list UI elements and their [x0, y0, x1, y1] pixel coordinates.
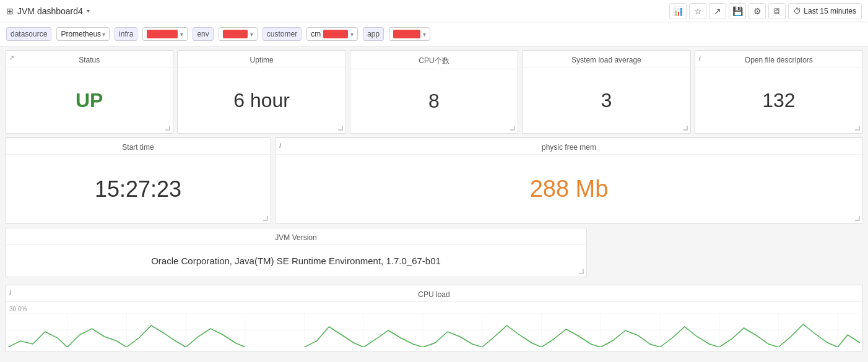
datasource-label: datasource — [6, 27, 51, 41]
system-load-card: System load average 3 — [522, 50, 690, 134]
time-range-picker[interactable]: ⏱ Last 15 minutes — [788, 3, 862, 19]
card-corner-decoration — [579, 269, 584, 274]
status-title: Status — [6, 51, 173, 67]
customer-label: customer — [263, 27, 302, 41]
cpu-count-value: 8 — [350, 69, 518, 133]
dashboard-chevron-icon[interactable]: ▾ — [87, 7, 90, 14]
open-files-title: Open file descriptors — [695, 51, 862, 67]
time-range-label: Last 15 minutes — [804, 7, 856, 15]
customer-prefix: cm — [311, 30, 321, 38]
datasource-value: Prometheus — [61, 30, 101, 38]
system-load-value: 3 — [523, 67, 690, 133]
cpu-load-title: CPU load — [6, 285, 862, 302]
grid-icon: ⊞ — [6, 6, 14, 16]
y-axis-label: 30.0% — [9, 306, 27, 312]
app-chevron-icon: ▾ — [423, 31, 426, 38]
tv-button[interactable]: 🖥 — [768, 3, 786, 19]
uptime-card: Uptime 6 hour — [177, 50, 345, 134]
open-files-card: i Open file descriptors 132 — [695, 50, 863, 134]
top-bar-left: ⊞ JVM dashboard4 ▾ — [6, 6, 90, 16]
card-corner-decoration — [165, 126, 170, 131]
external-link-icon[interactable]: ↗ — [9, 54, 14, 62]
env-label: env — [193, 27, 213, 41]
infra-label: infra — [115, 27, 137, 41]
start-time-value: 15:27:23 — [6, 155, 271, 223]
cpu-load-sparkline — [8, 313, 860, 347]
star-button[interactable]: ☆ — [689, 3, 706, 19]
card-corner-decoration — [338, 126, 343, 131]
filter-bar: datasource Prometheus ▾ infra ▾ env ▾ cu… — [0, 22, 868, 46]
status-value: UP — [6, 67, 173, 133]
infra-select[interactable]: ▾ — [142, 27, 188, 41]
cpu-load-card: i CPU load 30.0% — [5, 285, 863, 352]
dashboard-content: ↗ Status UP Uptime 6 hour CPU个数 8 System… — [0, 46, 868, 356]
cpu-count-title: CPU个数 — [350, 51, 518, 69]
datasource-chevron-icon: ▾ — [102, 31, 105, 38]
row2-cards: Start time 15:27:23 i physic free mem 28… — [5, 137, 863, 224]
cpu-load-chart-area: 30.0% — [6, 302, 862, 351]
start-time-title: Start time — [6, 138, 271, 155]
share-button[interactable]: ↗ — [709, 3, 726, 19]
row3: JVM Version Oracle Corporation, Java(TM)… — [5, 228, 863, 281]
jvm-version-value: Oracle Corporation, Java(TM) SE Runtime … — [6, 245, 586, 277]
info-icon: i — [9, 289, 11, 296]
infra-chevron-icon: ▾ — [180, 31, 183, 38]
customer-select[interactable]: cm ▾ — [306, 27, 358, 41]
clock-icon: ⏱ — [794, 7, 801, 15]
info-icon: i — [279, 142, 281, 149]
status-card: ↗ Status UP — [5, 50, 173, 134]
env-select[interactable]: ▾ — [219, 27, 258, 41]
stat-cards-row: ↗ Status UP Uptime 6 hour CPU个数 8 System… — [5, 50, 863, 134]
app-value-redacted — [393, 30, 420, 38]
physic-mem-value: 288 Mb — [276, 155, 862, 223]
dashboard-title: JVM dashboard4 — [17, 6, 83, 16]
start-time-card: Start time 15:27:23 — [5, 137, 271, 224]
bar-chart-button[interactable]: 📊 — [669, 3, 687, 19]
app-label: app — [363, 27, 384, 41]
card-corner-decoration — [855, 216, 860, 221]
system-load-title: System load average — [523, 51, 690, 67]
settings-button[interactable]: ⚙ — [749, 3, 766, 19]
physic-mem-card: i physic free mem 288 Mb — [275, 137, 863, 224]
customer-value-redacted — [323, 30, 348, 38]
infra-value-redacted — [147, 30, 178, 38]
env-chevron-icon: ▾ — [250, 31, 253, 38]
open-files-value: 132 — [695, 67, 862, 133]
top-bar: ⊞ JVM dashboard4 ▾ 📊 ☆ ↗ 💾 ⚙ 🖥 ⏱ Last 15… — [0, 0, 868, 22]
env-value-redacted — [223, 30, 248, 38]
save-button[interactable]: 💾 — [729, 3, 746, 19]
cpu-count-card: CPU个数 8 — [350, 50, 518, 134]
uptime-title: Uptime — [178, 51, 345, 67]
app-select[interactable]: ▾ — [389, 27, 430, 41]
jvm-version-card: JVM Version Oracle Corporation, Java(TM)… — [5, 228, 587, 277]
physic-mem-title: physic free mem — [276, 138, 862, 155]
jvm-version-title: JVM Version — [6, 228, 586, 245]
info-icon: i — [699, 54, 701, 62]
card-corner-decoration — [510, 126, 515, 131]
card-corner-decoration — [263, 216, 268, 221]
customer-chevron-icon: ▾ — [350, 31, 354, 38]
top-bar-right: 📊 ☆ ↗ 💾 ⚙ 🖥 ⏱ Last 15 minutes — [669, 3, 862, 19]
card-corner-decoration — [855, 126, 860, 131]
datasource-select[interactable]: Prometheus ▾ — [56, 27, 110, 41]
uptime-value: 6 hour — [178, 67, 345, 133]
card-corner-decoration — [683, 126, 688, 131]
